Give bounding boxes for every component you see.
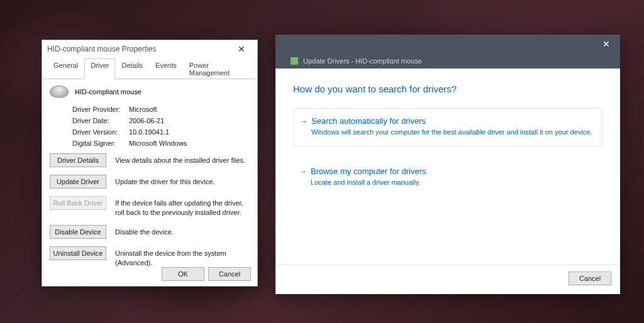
roll-back-desc: If the device fails after updating the d…	[115, 196, 250, 217]
wizard-titlebar[interactable]: ✕	[275, 35, 620, 53]
option-auto-title: Search automatically for drivers	[311, 116, 593, 126]
row-roll-back: Roll Back Driver If the device fails aft…	[50, 196, 250, 217]
driver-buttons: Driver Details View details about the in…	[50, 153, 250, 267]
roll-back-driver-button: Roll Back Driver	[50, 196, 106, 210]
close-icon[interactable]: ✕	[592, 35, 620, 53]
device-header: HID-compliant mouse	[50, 85, 250, 98]
tab-power-management[interactable]: Power Management	[183, 58, 252, 79]
ok-button[interactable]: OK	[162, 267, 204, 281]
wizard-body: How do you want to search for drivers? →…	[275, 68, 620, 265]
option-browse-title: Browse my computer for drivers	[311, 167, 594, 176]
signer-label: Digital Signer:	[72, 140, 129, 147]
version-value: 10.0.19041.1	[129, 128, 169, 136]
cancel-button[interactable]: Cancel	[208, 267, 251, 281]
info-row-signer: Digital Signer: Microsoft Windows	[72, 140, 250, 147]
date-value: 2006-06-21	[129, 117, 164, 124]
arrow-right-icon: →	[300, 117, 308, 126]
properties-tabs: General Driver Details Events Power Mana…	[42, 58, 257, 79]
driver-details-button[interactable]: Driver Details	[50, 153, 106, 167]
uninstall-device-button[interactable]: Uninstall Device	[50, 246, 106, 260]
wizard-cancel-button[interactable]: Cancel	[569, 271, 611, 285]
wizard-breadcrumb: Update Drivers - HID-compliant mouse	[303, 57, 422, 65]
arrow-right-icon: →	[299, 167, 307, 176]
properties-footer: OK Cancel	[162, 267, 251, 281]
option-browse-desc: Locate and install a driver manually.	[311, 178, 594, 187]
provider-value: Microsoft	[129, 106, 157, 113]
info-row-date: Driver Date: 2006-06-21	[72, 117, 250, 124]
tab-details[interactable]: Details	[115, 58, 149, 79]
mouse-icon	[50, 85, 69, 98]
uninstall-device-desc: Uninstall the device from the system (Ad…	[115, 246, 250, 268]
wizard-breadcrumb-bar: Update Drivers - HID-compliant mouse	[275, 53, 620, 68]
properties-title: HID-compliant mouse Properties	[47, 45, 156, 53]
wizard-heading: How do you want to search for drivers?	[293, 84, 602, 94]
provider-label: Driver Provider:	[72, 106, 129, 113]
row-disable-device: Disable Device Disable the device.	[50, 225, 250, 239]
date-label: Driver Date:	[72, 117, 129, 124]
update-drivers-dialog: ✕ Update Drivers - HID-compliant mouse H…	[275, 35, 620, 294]
chip-icon	[291, 57, 298, 65]
disable-device-button[interactable]: Disable Device	[50, 225, 106, 239]
option-auto-desc: Windows will search your computer for th…	[311, 128, 593, 137]
disable-device-desc: Disable the device.	[115, 225, 250, 237]
option-search-automatically[interactable]: → Search automatically for drivers Windo…	[293, 108, 602, 146]
row-uninstall-device: Uninstall Device Uninstall the device fr…	[50, 246, 250, 268]
tab-events[interactable]: Events	[149, 58, 183, 79]
tab-general[interactable]: General	[47, 58, 84, 79]
row-update-driver: Update Driver Update the driver for this…	[50, 175, 250, 189]
tab-driver[interactable]: Driver	[84, 58, 115, 79]
device-name: HID-compliant mouse	[75, 88, 142, 96]
properties-titlebar[interactable]: HID-compliant mouse Properties ✕	[42, 40, 257, 58]
wizard-footer: Cancel	[275, 265, 620, 294]
driver-details-desc: View details about the installed driver …	[115, 153, 250, 165]
close-icon[interactable]: ✕	[231, 43, 252, 55]
info-row-version: Driver Version: 10.0.19041.1	[72, 128, 250, 136]
option-browse-computer[interactable]: → Browse my computer for drivers Locate …	[293, 159, 602, 196]
properties-dialog: HID-compliant mouse Properties ✕ General…	[42, 40, 258, 287]
signer-value: Microsoft Windows	[129, 140, 187, 147]
update-driver-desc: Update the driver for this device.	[115, 175, 250, 187]
properties-body: HID-compliant mouse Driver Provider: Mic…	[42, 79, 257, 267]
info-row-provider: Driver Provider: Microsoft	[72, 106, 250, 113]
version-label: Driver Version:	[72, 128, 129, 136]
driver-info: Driver Provider: Microsoft Driver Date: …	[72, 106, 250, 147]
row-driver-details: Driver Details View details about the in…	[50, 153, 250, 167]
update-driver-button[interactable]: Update Driver	[50, 175, 106, 189]
